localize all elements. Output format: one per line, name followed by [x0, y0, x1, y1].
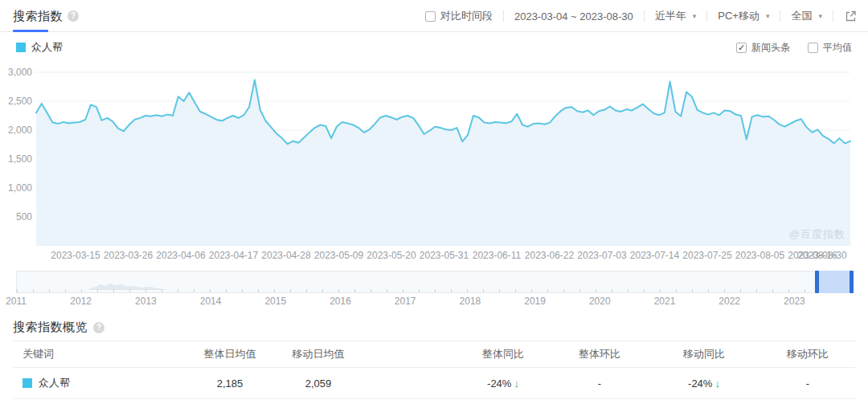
page-title: 搜索指数: [13, 9, 63, 24]
table-row: 众人帮2,1852,059-24%↓--24%↓-: [13, 368, 855, 399]
year-label: 2018: [460, 296, 481, 307]
x-tick-label: 2023-05-09: [314, 250, 363, 261]
x-tick-label: 2023-03-15: [51, 250, 100, 261]
overall-avg-cell: 2,185: [190, 377, 270, 390]
mobile-yoy-cell: -24%↓: [648, 377, 760, 390]
x-tick-label: 2023-04-17: [209, 250, 258, 261]
period-dropdown[interactable]: 近半年 ▾: [655, 9, 697, 23]
column-header: 移动日均值: [270, 347, 366, 361]
trend-down-icon: ↓: [714, 377, 720, 390]
overview-title-row: 搜索指数概览 ?: [13, 320, 104, 335]
column-header: 移动同比: [648, 347, 760, 361]
x-axis-labels: 2023-03-152023-03-262023-04-062023-04-17…: [0, 250, 868, 263]
timeline-year-labels: 2011201220132014201520162017201820192020…: [0, 296, 868, 307]
x-tick-label: 2023-06-22: [525, 250, 574, 261]
keyword-cell: 众人帮: [13, 376, 190, 390]
legend-option-label: 新闻头条: [751, 41, 790, 55]
year-label: 2012: [70, 296, 92, 307]
chevron-down-icon: ▾: [766, 12, 770, 20]
active-tab-underline: [13, 30, 48, 32]
series-name: 众人帮: [31, 40, 63, 55]
timeline-scrubber[interactable]: [16, 271, 852, 293]
watermark: @百度指数: [789, 227, 845, 242]
divider: [706, 10, 707, 22]
timeline-selection[interactable]: [817, 271, 852, 293]
year-label: 2017: [395, 296, 416, 307]
chevron-down-icon: ▾: [693, 12, 697, 20]
overview-title: 搜索指数概览: [13, 320, 88, 335]
x-tick-label: 2023-05-31: [420, 250, 469, 261]
column-header: 关键词: [13, 347, 190, 361]
year-label: 2015: [264, 296, 286, 307]
year-label: 2013: [135, 296, 157, 307]
compare-period-toggle[interactable]: 对比时间段: [425, 9, 493, 23]
checkbox-checked-icon[interactable]: [736, 43, 747, 53]
svg-text:3,000: 3,000: [8, 67, 32, 78]
region-dropdown[interactable]: 全国 ▾: [791, 9, 822, 23]
overall-mom-cell: -: [551, 377, 648, 390]
chevron-down-icon: ▾: [818, 12, 822, 20]
column-header: 移动环比: [760, 347, 855, 361]
divider: [503, 10, 504, 22]
trend-down-icon: ↓: [514, 377, 519, 390]
svg-text:1,000: 1,000: [8, 182, 32, 194]
selection-handle-left[interactable]: [815, 271, 819, 293]
legend-row: 众人帮 新闻头条平均值: [16, 39, 852, 56]
keyword-name: 众人帮: [39, 376, 70, 390]
year-label: 2023: [784, 296, 805, 307]
mobile-mom-cell: -: [760, 377, 855, 390]
export-icon[interactable]: [844, 10, 857, 22]
year-label: 2021: [654, 296, 676, 307]
x-tick-label: 2023-03-26: [104, 250, 153, 261]
device-value: PC+移动: [718, 9, 760, 23]
series-legend[interactable]: 众人帮: [16, 40, 63, 55]
checkbox-icon[interactable]: [808, 43, 818, 53]
svg-text:2,500: 2,500: [8, 96, 32, 107]
x-tick-label: 2023-04-06: [156, 250, 205, 261]
search-index-chart[interactable]: 3,0002,5002,0001,5001,000500 @百度指数: [0, 67, 868, 248]
overview-table: 关键词整体日均值移动日均值整体同比整体环比移动同比移动环比 众人帮2,1852,…: [13, 341, 855, 399]
year-label: 2014: [200, 296, 222, 307]
toolbar: 对比时间段 2023-03-04 ~ 2023-08-30 近半年 ▾ PC+移…: [425, 0, 857, 32]
compare-period-label: 对比时间段: [440, 9, 493, 23]
compare-checkbox-icon[interactable]: [425, 11, 436, 22]
table-header-row: 关键词整体日均值移动日均值整体同比整体环比移动同比移动环比: [13, 341, 855, 368]
x-tick-label: 2023-05-20: [366, 250, 416, 261]
date-range-picker[interactable]: 2023-03-04 ~ 2023-08-30: [514, 10, 633, 22]
overall-yoy-cell: -24%↓: [455, 377, 551, 390]
date-range-value: 2023-03-04 ~ 2023-08-30: [514, 10, 633, 22]
year-label: 2020: [589, 296, 611, 307]
year-label: 2011: [6, 296, 27, 307]
legend-option-label: 平均值: [823, 41, 852, 55]
year-label: 2016: [330, 296, 351, 307]
column-header: 整体环比: [551, 347, 648, 361]
x-tick-label: 2023-08-05: [735, 250, 784, 261]
help-icon[interactable]: ?: [68, 10, 79, 22]
mobile-avg-cell: 2,059: [270, 377, 366, 390]
svg-text:2,000: 2,000: [8, 124, 32, 136]
selection-handle-right[interactable]: [850, 271, 854, 293]
x-tick-label: 2023-07-03: [577, 250, 626, 261]
series-color-swatch: [16, 43, 26, 52]
year-label: 2022: [719, 296, 740, 307]
legend-option-0[interactable]: 新闻头条: [736, 41, 790, 55]
legend-option-1[interactable]: 平均值: [808, 41, 852, 55]
year-label: 2019: [524, 296, 546, 307]
keyword-color-swatch: [23, 378, 32, 388]
tab-search-index[interactable]: 搜索指数 ?: [13, 0, 79, 32]
legend-options: 新闻头条平均值: [736, 41, 852, 55]
x-tick-label: 2023-04-28: [261, 250, 310, 261]
svg-text:500: 500: [16, 211, 32, 222]
column-header: 整体同比: [455, 347, 551, 361]
x-tick-label: 2023-07-14: [630, 250, 679, 261]
divider: [780, 10, 780, 22]
x-tick-label: 2023-07-25: [682, 250, 731, 261]
divider: [644, 10, 645, 22]
baidu-index-page: 搜索指数 ? 对比时间段 2023-03-04 ~ 2023-08-30 近半年…: [0, 0, 868, 408]
header: 搜索指数 ? 对比时间段 2023-03-04 ~ 2023-08-30 近半年…: [0, 0, 868, 32]
timeline-ticks: [17, 289, 851, 292]
x-tick-label: 2023-06-11: [473, 250, 522, 261]
device-dropdown[interactable]: PC+移动 ▾: [718, 9, 769, 23]
divider: [833, 10, 833, 22]
help-icon[interactable]: ?: [93, 322, 104, 333]
